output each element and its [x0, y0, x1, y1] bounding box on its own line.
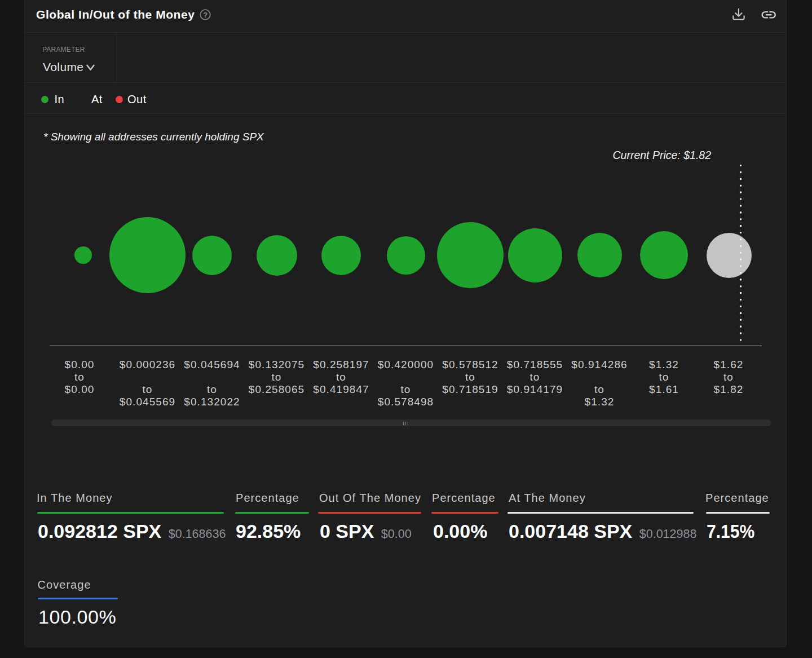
svg-text:?: ?: [203, 11, 208, 19]
